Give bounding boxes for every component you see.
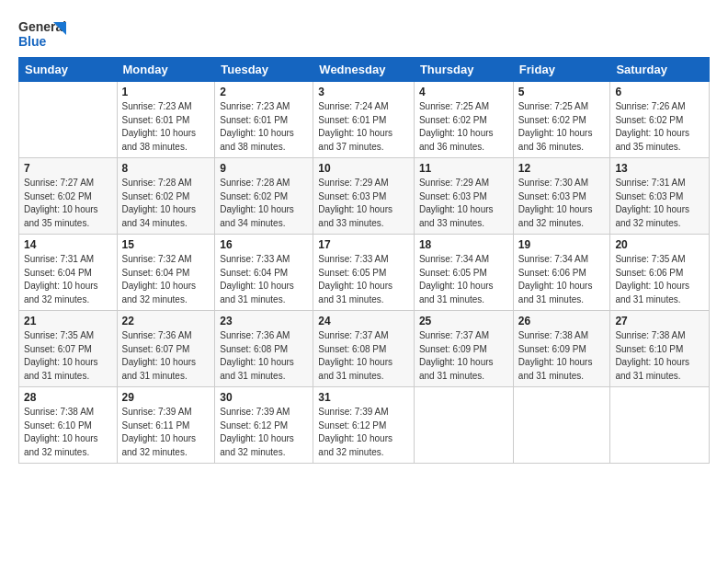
calendar-cell: 31Sunrise: 7:39 AM Sunset: 6:12 PM Dayli… (313, 387, 415, 464)
day-info: Sunrise: 7:32 AM Sunset: 6:04 PM Dayligh… (122, 253, 210, 306)
day-info: Sunrise: 7:28 AM Sunset: 6:02 PM Dayligh… (220, 177, 308, 230)
calendar-cell: 16Sunrise: 7:33 AM Sunset: 6:04 PM Dayli… (215, 235, 313, 311)
calendar-cell (513, 387, 610, 464)
day-info: Sunrise: 7:38 AM Sunset: 6:10 PM Dayligh… (24, 406, 112, 459)
day-info: Sunrise: 7:30 AM Sunset: 6:03 PM Dayligh… (518, 177, 606, 230)
day-number: 28 (24, 391, 112, 404)
day-number: 17 (318, 238, 409, 251)
day-info: Sunrise: 7:34 AM Sunset: 6:06 PM Dayligh… (518, 253, 606, 306)
day-number: 16 (220, 238, 308, 251)
day-number: 14 (24, 238, 112, 251)
day-number: 15 (122, 238, 210, 251)
day-info: Sunrise: 7:27 AM Sunset: 6:02 PM Dayligh… (24, 177, 112, 230)
day-info: Sunrise: 7:36 AM Sunset: 6:07 PM Dayligh… (122, 329, 210, 383)
calendar-header-tuesday: Tuesday (215, 58, 313, 82)
calendar-cell: 13Sunrise: 7:31 AM Sunset: 6:03 PM Dayli… (610, 158, 710, 235)
day-number: 25 (419, 315, 508, 327)
day-number: 24 (318, 315, 409, 327)
day-info: Sunrise: 7:28 AM Sunset: 6:02 PM Dayligh… (122, 177, 210, 230)
logo-area: General Blue (18, 15, 66, 52)
calendar-cell: 8Sunrise: 7:28 AM Sunset: 6:02 PM Daylig… (117, 158, 215, 235)
day-info: Sunrise: 7:25 AM Sunset: 6:02 PM Dayligh… (419, 100, 508, 154)
calendar-cell: 12Sunrise: 7:30 AM Sunset: 6:03 PM Dayli… (513, 158, 610, 235)
svg-text:Blue: Blue (18, 34, 47, 49)
day-info: Sunrise: 7:23 AM Sunset: 6:01 PM Dayligh… (122, 100, 210, 154)
day-number: 22 (122, 315, 210, 327)
calendar-cell: 29Sunrise: 7:39 AM Sunset: 6:11 PM Dayli… (117, 387, 215, 464)
calendar-cell: 3Sunrise: 7:24 AM Sunset: 6:01 PM Daylig… (313, 82, 415, 158)
day-number: 29 (122, 391, 210, 404)
calendar-cell: 5Sunrise: 7:25 AM Sunset: 6:02 PM Daylig… (513, 82, 610, 158)
calendar-cell: 20Sunrise: 7:35 AM Sunset: 6:06 PM Dayli… (610, 235, 710, 311)
day-number: 13 (615, 162, 704, 175)
day-info: Sunrise: 7:37 AM Sunset: 6:09 PM Dayligh… (419, 329, 508, 383)
calendar-cell: 17Sunrise: 7:33 AM Sunset: 6:05 PM Dayli… (313, 235, 415, 311)
calendar-week-row: 7Sunrise: 7:27 AM Sunset: 6:02 PM Daylig… (19, 158, 710, 235)
day-number: 26 (518, 315, 606, 327)
calendar-week-row: 21Sunrise: 7:35 AM Sunset: 6:07 PM Dayli… (19, 311, 710, 387)
day-number: 8 (122, 162, 210, 175)
day-info: Sunrise: 7:34 AM Sunset: 6:05 PM Dayligh… (419, 253, 508, 306)
calendar-table: SundayMondayTuesdayWednesdayThursdayFrid… (18, 57, 710, 464)
calendar-cell: 26Sunrise: 7:38 AM Sunset: 6:09 PM Dayli… (513, 311, 610, 387)
day-info: Sunrise: 7:29 AM Sunset: 6:03 PM Dayligh… (419, 177, 508, 230)
day-number: 6 (615, 86, 704, 98)
calendar-week-row: 1Sunrise: 7:23 AM Sunset: 6:01 PM Daylig… (19, 82, 710, 158)
calendar-cell: 21Sunrise: 7:35 AM Sunset: 6:07 PM Dayli… (19, 311, 118, 387)
day-info: Sunrise: 7:33 AM Sunset: 6:05 PM Dayligh… (318, 253, 409, 306)
calendar-cell: 24Sunrise: 7:37 AM Sunset: 6:08 PM Dayli… (313, 311, 415, 387)
calendar-header-monday: Monday (117, 58, 215, 82)
day-number: 20 (615, 238, 704, 251)
day-number: 2 (220, 86, 308, 98)
day-number: 9 (220, 162, 308, 175)
day-info: Sunrise: 7:23 AM Sunset: 6:01 PM Dayligh… (220, 100, 308, 154)
calendar-cell (19, 82, 118, 158)
calendar-cell: 23Sunrise: 7:36 AM Sunset: 6:08 PM Dayli… (215, 311, 313, 387)
day-number: 12 (518, 162, 606, 175)
calendar-header-friday: Friday (513, 58, 610, 82)
calendar-cell: 6Sunrise: 7:26 AM Sunset: 6:02 PM Daylig… (610, 82, 710, 158)
day-number: 3 (318, 86, 409, 98)
calendar-week-row: 14Sunrise: 7:31 AM Sunset: 6:04 PM Dayli… (19, 235, 710, 311)
calendar-cell: 2Sunrise: 7:23 AM Sunset: 6:01 PM Daylig… (215, 82, 313, 158)
day-number: 27 (615, 315, 704, 327)
day-number: 23 (220, 315, 308, 327)
day-info: Sunrise: 7:39 AM Sunset: 6:11 PM Dayligh… (122, 406, 210, 459)
day-info: Sunrise: 7:33 AM Sunset: 6:04 PM Dayligh… (220, 253, 308, 306)
calendar-cell: 14Sunrise: 7:31 AM Sunset: 6:04 PM Dayli… (19, 235, 118, 311)
day-info: Sunrise: 7:26 AM Sunset: 6:02 PM Dayligh… (615, 100, 704, 154)
day-info: Sunrise: 7:37 AM Sunset: 6:08 PM Dayligh… (318, 329, 409, 383)
calendar-week-row: 28Sunrise: 7:38 AM Sunset: 6:10 PM Dayli… (19, 387, 710, 464)
calendar-header-sunday: Sunday (19, 58, 118, 82)
day-number: 5 (518, 86, 606, 98)
day-number: 10 (318, 162, 409, 175)
day-number: 11 (419, 162, 508, 175)
calendar-header-thursday: Thursday (414, 58, 513, 82)
logo-svg: General Blue (18, 15, 66, 52)
day-number: 4 (419, 86, 508, 98)
calendar-cell: 30Sunrise: 7:39 AM Sunset: 6:12 PM Dayli… (215, 387, 313, 464)
day-info: Sunrise: 7:36 AM Sunset: 6:08 PM Dayligh… (220, 329, 308, 383)
day-number: 18 (419, 238, 508, 251)
calendar-cell (414, 387, 513, 464)
calendar-cell: 28Sunrise: 7:38 AM Sunset: 6:10 PM Dayli… (19, 387, 118, 464)
day-info: Sunrise: 7:35 AM Sunset: 6:07 PM Dayligh… (24, 329, 112, 383)
calendar-cell: 19Sunrise: 7:34 AM Sunset: 6:06 PM Dayli… (513, 235, 610, 311)
calendar-header-row: SundayMondayTuesdayWednesdayThursdayFrid… (19, 58, 710, 82)
day-number: 21 (24, 315, 112, 327)
header: General Blue (18, 15, 710, 52)
day-number: 1 (122, 86, 210, 98)
calendar-cell: 25Sunrise: 7:37 AM Sunset: 6:09 PM Dayli… (414, 311, 513, 387)
calendar-header-wednesday: Wednesday (313, 58, 415, 82)
day-number: 30 (220, 391, 308, 404)
day-info: Sunrise: 7:39 AM Sunset: 6:12 PM Dayligh… (318, 406, 409, 459)
calendar-cell: 9Sunrise: 7:28 AM Sunset: 6:02 PM Daylig… (215, 158, 313, 235)
day-number: 7 (24, 162, 112, 175)
page: General Blue SundayMondayTuesdayWednesda… (0, 0, 728, 563)
calendar-cell: 7Sunrise: 7:27 AM Sunset: 6:02 PM Daylig… (19, 158, 118, 235)
day-info: Sunrise: 7:29 AM Sunset: 6:03 PM Dayligh… (318, 177, 409, 230)
day-info: Sunrise: 7:25 AM Sunset: 6:02 PM Dayligh… (518, 100, 606, 154)
day-number: 19 (518, 238, 606, 251)
day-info: Sunrise: 7:38 AM Sunset: 6:09 PM Dayligh… (518, 329, 606, 383)
day-number: 31 (318, 391, 409, 404)
